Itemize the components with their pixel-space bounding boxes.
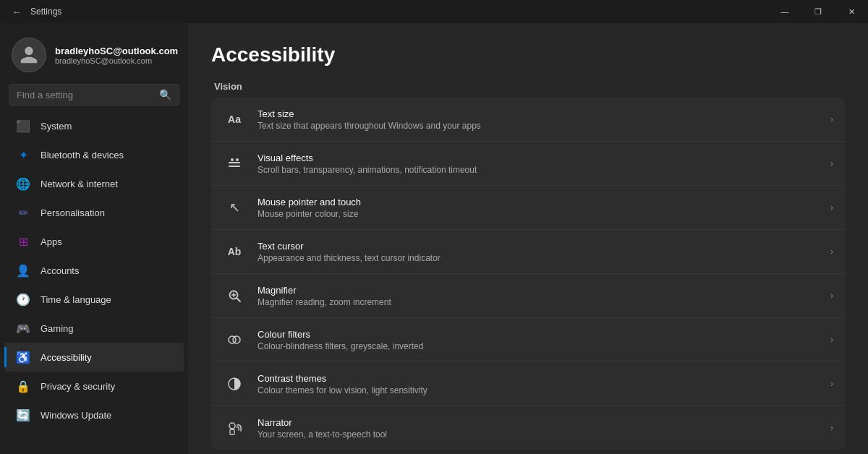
nav-item-system[interactable]: ⬛ System <box>4 111 184 140</box>
visual-effects-icon <box>223 152 246 175</box>
search-icon: 🔍 <box>159 89 171 100</box>
sidebar: bradleyhoSC@outlook.com bradleyhoSC@outl… <box>0 23 188 454</box>
colour-filters-chevron-icon: › <box>830 335 833 345</box>
magnifier-icon <box>223 284 246 307</box>
gaming-icon: 🎮 <box>16 321 30 335</box>
nav-label-network: Network & internet <box>41 179 118 189</box>
nav-item-accounts[interactable]: 👤 Accounts <box>4 256 184 285</box>
settings-item-narrator-text: Narrator Your screen, a text-to-speech t… <box>258 417 819 440</box>
maximize-button[interactable]: ❐ <box>801 0 835 23</box>
mouse-pointer-icon: ↖ <box>223 196 246 219</box>
nav-label-bluetooth: Bluetooth & devices <box>41 150 124 160</box>
nav-item-apps[interactable]: ⊞ Apps <box>4 227 184 256</box>
settings-item-colour-filters-text: Colour filters Colour-blindness filters,… <box>258 329 819 351</box>
settings-item-narrator[interactable]: Narrator Your screen, a text-to-speech t… <box>211 406 845 450</box>
nav-label-apps: Apps <box>41 236 62 247</box>
user-info: bradleyhoSC@outlook.com bradleyhoSC@outl… <box>55 46 178 65</box>
avatar <box>12 38 46 72</box>
apps-icon: ⊞ <box>16 234 30 249</box>
nav-label-accessibility: Accessibility <box>41 352 92 363</box>
settings-item-magnifier-text: Magnifier Magnifier reading, zoom increm… <box>258 285 819 307</box>
settings-item-text-size-desc: Text size that appears throughout Window… <box>258 121 819 131</box>
nav-item-windows-update[interactable]: 🔄 Windows Update <box>4 401 184 429</box>
contrast-themes-chevron-icon: › <box>830 379 833 389</box>
personalisation-icon: ✏ <box>16 205 30 220</box>
settings-item-text-size-text: Text size Text size that appears through… <box>258 108 819 131</box>
nav-item-personalisation[interactable]: ✏ Personalisation <box>4 198 184 227</box>
nav-label-privacy: Privacy & security <box>41 381 115 392</box>
settings-item-visual-effects-desc: Scroll bars, transparency, animations, n… <box>258 165 819 175</box>
settings-item-visual-effects[interactable]: Visual effects Scroll bars, transparency… <box>211 142 845 186</box>
settings-item-text-cursor-title: Text cursor <box>258 241 819 252</box>
search-box[interactable]: 🔍 <box>9 84 179 106</box>
user-email: bradleyhoSC@outlook.com <box>55 56 178 65</box>
settings-item-contrast-themes-title: Contrast themes <box>258 373 819 384</box>
visual-effects-chevron-icon: › <box>830 158 833 168</box>
privacy-icon: 🔒 <box>16 379 30 393</box>
network-icon: 🌐 <box>16 176 30 191</box>
settings-item-visual-effects-text: Visual effects Scroll bars, transparency… <box>258 153 819 175</box>
user-profile[interactable]: bradleyhoSC@outlook.com bradleyhoSC@outl… <box>0 29 188 84</box>
nav-item-privacy[interactable]: 🔒 Privacy & security <box>4 372 184 401</box>
search-input[interactable] <box>17 90 153 100</box>
text-cursor-icon: Ab <box>223 240 246 263</box>
time-icon: 🕐 <box>16 292 30 307</box>
svg-point-9 <box>233 336 240 343</box>
settings-item-contrast-themes-text: Contrast themes Colour themes for low vi… <box>258 373 819 395</box>
svg-rect-0 <box>229 162 240 163</box>
settings-item-colour-filters[interactable]: Colour filters Colour-blindness filters,… <box>211 318 845 362</box>
settings-item-magnifier-desc: Magnifier reading, zoom increment <box>258 297 819 307</box>
nav-label-gaming: Gaming <box>41 323 74 334</box>
settings-item-magnifier-title: Magnifier <box>258 285 819 296</box>
svg-line-5 <box>237 299 241 302</box>
settings-item-text-size-title: Text size <box>258 108 819 119</box>
system-icon: ⬛ <box>16 119 30 133</box>
settings-item-mouse-pointer-title: Mouse pointer and touch <box>258 197 819 207</box>
back-button[interactable]: ← <box>9 4 25 20</box>
settings-item-narrator-title: Narrator <box>258 417 819 428</box>
settings-item-mouse-pointer[interactable]: ↖ Mouse pointer and touch Mouse pointer … <box>211 186 845 230</box>
settings-item-contrast-themes[interactable]: Contrast themes Colour themes for low vi… <box>211 362 845 406</box>
svg-rect-1 <box>229 166 240 167</box>
bluetooth-icon: ✦ <box>16 147 30 162</box>
settings-item-text-size[interactable]: Aa Text size Text size that appears thro… <box>211 98 845 142</box>
windows-update-icon: 🔄 <box>16 408 30 422</box>
settings-group-vision: Aa Text size Text size that appears thro… <box>211 98 845 450</box>
nav-label-system: System <box>41 121 72 132</box>
mouse-pointer-chevron-icon: › <box>830 202 833 213</box>
magnifier-chevron-icon: › <box>830 291 833 301</box>
nav-label-accounts: Accounts <box>41 265 79 276</box>
contrast-themes-icon <box>223 372 246 395</box>
close-button[interactable]: ✕ <box>835 0 868 23</box>
nav-item-accessibility[interactable]: ♿ Accessibility <box>4 343 184 372</box>
app-title: Settings <box>30 7 61 17</box>
accounts-icon: 👤 <box>16 263 30 278</box>
narrator-chevron-icon: › <box>830 423 833 433</box>
app-body: bradleyhoSC@outlook.com bradleyhoSC@outl… <box>0 23 868 454</box>
window-controls: — ❐ ✕ <box>768 0 868 23</box>
page-title: Accessibility <box>211 43 845 67</box>
nav-item-time[interactable]: 🕐 Time & language <box>4 285 184 314</box>
nav-item-bluetooth[interactable]: ✦ Bluetooth & devices <box>4 140 184 169</box>
nav-label-personalisation: Personalisation <box>41 207 105 218</box>
colour-filters-icon <box>223 328 246 351</box>
titlebar: ← Settings — ❐ ✕ <box>0 0 868 23</box>
settings-item-text-cursor-desc: Appearance and thickness, text cursor in… <box>258 253 819 263</box>
settings-item-contrast-themes-desc: Colour themes for low vision, light sens… <box>258 385 819 395</box>
settings-item-narrator-desc: Your screen, a text-to-speech tool <box>258 429 819 440</box>
accessibility-icon: ♿ <box>16 350 30 364</box>
section-vision-header: Vision <box>211 81 845 92</box>
svg-rect-12 <box>230 429 234 434</box>
svg-point-11 <box>229 423 235 429</box>
settings-item-text-cursor[interactable]: Ab Text cursor Appearance and thickness,… <box>211 230 845 274</box>
user-avatar-icon <box>19 45 39 65</box>
settings-item-magnifier[interactable]: Magnifier Magnifier reading, zoom increm… <box>211 274 845 318</box>
settings-item-colour-filters-desc: Colour-blindness filters, greyscale, inv… <box>258 341 819 351</box>
text-cursor-chevron-icon: › <box>830 247 833 257</box>
narrator-icon <box>223 416 246 440</box>
nav-item-network[interactable]: 🌐 Network & internet <box>4 169 184 198</box>
nav-item-gaming[interactable]: 🎮 Gaming <box>4 314 184 343</box>
titlebar-left: ← Settings <box>9 4 61 20</box>
nav-label-time: Time & language <box>41 294 111 305</box>
minimize-button[interactable]: — <box>768 0 801 23</box>
